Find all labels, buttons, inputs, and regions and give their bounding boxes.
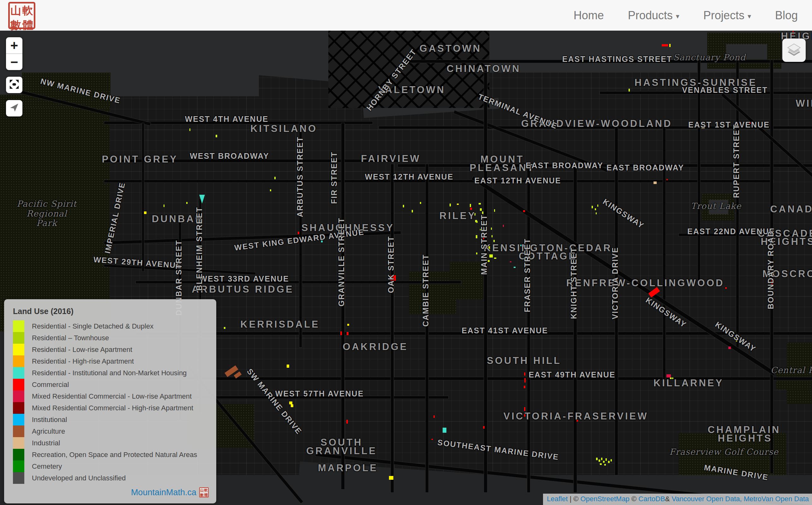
legend-item-label: Residential – Townhouse bbox=[24, 332, 109, 344]
land-use-parcel-sd bbox=[600, 463, 602, 465]
land-use-parcel-lr bbox=[291, 404, 293, 407]
legend-item: Industrial bbox=[13, 437, 209, 449]
nav-item-blog[interactable]: Blog bbox=[775, 9, 798, 22]
land-use-parcel-lr bbox=[347, 324, 349, 326]
legend-item-label: Industrial bbox=[24, 437, 60, 449]
land-use-parcel-sd bbox=[629, 89, 630, 92]
land-use-parcel-co bbox=[524, 414, 525, 416]
land-use-parcel-sd bbox=[608, 461, 610, 463]
land-use-parcel-id bbox=[701, 126, 705, 129]
mountainmath-seal-icon[interactable]: 山軟數體 bbox=[199, 487, 209, 497]
land-use-parcel-sd bbox=[606, 458, 607, 461]
land-use-parcel-sd bbox=[224, 327, 225, 329]
nav-item-label: Home bbox=[574, 9, 604, 22]
map-road bbox=[663, 125, 665, 380]
land-use-parcel-sd bbox=[489, 255, 493, 258]
mountainmath-link[interactable]: MountainMath.ca bbox=[131, 488, 196, 497]
legend-items: Residential - Single Detached & DuplexRe… bbox=[13, 320, 209, 484]
land-use-parcel-nm bbox=[443, 428, 446, 433]
legend-item-label: Institutional bbox=[24, 414, 67, 426]
nav-item-projects[interactable]: Projects▾ bbox=[703, 9, 751, 22]
land-use-parcel-nm bbox=[514, 267, 515, 268]
nav-item-label: Products bbox=[628, 9, 673, 22]
land-use-parcel-co bbox=[771, 279, 773, 286]
land-use-parcel-co bbox=[524, 407, 525, 411]
attribution-link[interactable]: Leaflet bbox=[547, 495, 567, 503]
land-use-parcel-sd bbox=[164, 204, 164, 207]
land-use-parcel-co bbox=[434, 415, 435, 418]
legend-item: Residential - High-rise Apartment bbox=[13, 355, 209, 367]
map-road bbox=[136, 281, 461, 284]
land-use-parcel-co bbox=[390, 275, 396, 281]
land-use-parcel-sd bbox=[611, 459, 612, 462]
legend-item: Residential – Townhouse bbox=[13, 332, 209, 344]
zoom-in-button[interactable]: + bbox=[6, 37, 22, 53]
land-use-parcel-id bbox=[654, 181, 657, 184]
map-road bbox=[698, 60, 700, 284]
legend-swatch bbox=[13, 367, 24, 379]
land-use-parcel-co bbox=[749, 122, 751, 124]
land-use-parcel-sd bbox=[403, 205, 404, 207]
legend-swatch bbox=[13, 472, 24, 484]
legend-swatch bbox=[13, 402, 24, 414]
legend-item: Recreation, Open Space and Protected Nat… bbox=[13, 449, 209, 461]
land-use-parcel-ml bbox=[666, 374, 671, 377]
attribution-link[interactable]: CartoDB bbox=[638, 495, 665, 503]
land-use-parcel-lr bbox=[289, 401, 292, 404]
land-use-parcel-sd bbox=[601, 458, 602, 460]
land-use-parcel-sd bbox=[420, 202, 421, 204]
nav-item-products[interactable]: Products▾ bbox=[628, 9, 679, 22]
legend-title: Land Use (2016) bbox=[13, 307, 209, 316]
map[interactable]: GASTOWNCHINATOWNYALETOWNHASTINGS-SUNRISE… bbox=[0, 31, 812, 505]
land-use-parcel-sd bbox=[493, 240, 495, 242]
land-use-parcel-co bbox=[483, 237, 484, 239]
map-park-area bbox=[679, 433, 786, 480]
logo-char: 數 bbox=[10, 18, 22, 32]
legend-item: Residential - Single Detached & Duplex bbox=[13, 320, 209, 332]
land-use-parcel-sd bbox=[476, 235, 477, 238]
land-use-parcel-co bbox=[483, 426, 485, 429]
land-use-parcel-sd bbox=[488, 246, 490, 250]
land-use-parcel-sd bbox=[274, 177, 276, 179]
nav-item-label: Projects bbox=[703, 9, 745, 22]
layers-button[interactable] bbox=[782, 38, 806, 62]
attribution-text: © bbox=[630, 495, 638, 503]
land-use-parcel-sd bbox=[476, 252, 477, 255]
land-use-parcel-sd bbox=[488, 260, 490, 262]
map-water-area bbox=[709, 200, 728, 214]
land-use-parcel-sd bbox=[186, 202, 187, 204]
nav-item-label: Blog bbox=[775, 9, 798, 22]
attribution-link[interactable]: Vancouver Open Data, MetroVan Open Data bbox=[671, 495, 809, 503]
attribution-link[interactable]: OpenStreetMap bbox=[581, 495, 630, 503]
logo-char: 軟 bbox=[22, 3, 34, 18]
legend-swatch bbox=[13, 344, 24, 355]
legend-item: Mixed Residential Commercial - High-rise… bbox=[13, 402, 209, 414]
land-use-parcel-sd bbox=[491, 227, 492, 230]
legend-swatch bbox=[13, 379, 24, 390]
legend-swatch bbox=[13, 461, 24, 472]
zoom-out-button[interactable]: − bbox=[6, 54, 22, 70]
legend-item-label: Residential - Low-rise Apartment bbox=[24, 344, 132, 355]
legend-item-label: Residential - Single Detached & Duplex bbox=[24, 320, 153, 332]
mountainmath-seal-logo[interactable]: 山軟數體 bbox=[8, 2, 35, 29]
land-use-parcel-co bbox=[432, 439, 433, 440]
locate-button[interactable] bbox=[6, 100, 22, 117]
logo-char: 體 bbox=[22, 18, 34, 32]
land-use-parcel-sd bbox=[479, 203, 481, 204]
land-use-parcel-sd bbox=[494, 258, 496, 259]
map-road bbox=[142, 123, 144, 272]
map-road bbox=[736, 60, 739, 349]
land-use-parcel-lr bbox=[736, 340, 737, 341]
legend-item: Residential - Low-rise Apartment bbox=[13, 344, 209, 355]
logo-char: 山 bbox=[10, 3, 22, 18]
map-road bbox=[484, 72, 487, 492]
nav-item-home[interactable]: Home bbox=[574, 9, 604, 22]
land-use-parcel-ml bbox=[510, 261, 511, 262]
legend-swatch bbox=[13, 449, 24, 461]
legend-swatch bbox=[13, 332, 24, 344]
land-use-parcel-sd bbox=[596, 212, 597, 214]
land-use-parcel-co bbox=[577, 420, 578, 422]
land-use-parcel-lr bbox=[734, 337, 736, 339]
fullscreen-button[interactable] bbox=[6, 77, 22, 93]
chevron-down-icon: ▾ bbox=[676, 12, 679, 20]
